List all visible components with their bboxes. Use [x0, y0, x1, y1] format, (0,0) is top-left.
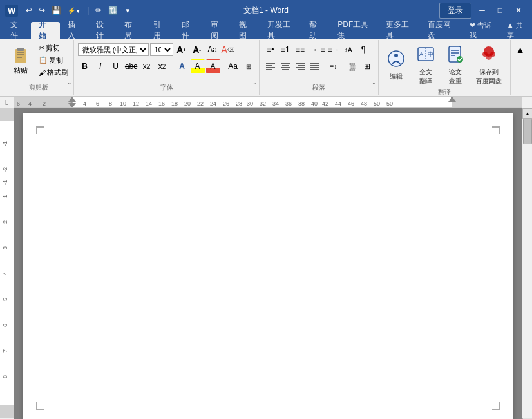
tab-baidu[interactable]: 百度网盘	[420, 22, 462, 39]
title-right: 登录 ─ □ ✕	[439, 3, 527, 19]
clipboard-sub-buttons: ✂ 剪切 📋 复制 🖌 格式刷	[36, 43, 71, 78]
font-color2-button[interactable]: Aa	[226, 59, 240, 73]
tab-more-tools[interactable]: 更多工具	[378, 22, 420, 39]
bullets-button[interactable]: ≡•	[263, 43, 278, 57]
font-expand-icon[interactable]: ⌄	[252, 79, 258, 86]
scroll-thumb[interactable]	[523, 119, 532, 144]
superscript-button[interactable]: x2	[155, 59, 169, 73]
tab-file[interactable]: 文件	[3, 22, 31, 39]
customize-quick-access-button[interactable]: ⚡▼	[65, 6, 83, 15]
underline-button[interactable]: U	[109, 59, 123, 73]
scroll-up-button[interactable]: ▲	[522, 108, 532, 119]
undo-button[interactable]: ↩	[23, 5, 35, 16]
font-family-selector[interactable]: 微软雅黑 (中文正文)	[78, 43, 149, 56]
paste-button[interactable]: 粘贴	[6, 43, 35, 78]
svg-text:24: 24	[210, 101, 216, 107]
format-painter-button[interactable]: 🖌 格式刷	[36, 67, 71, 78]
font-size-selector[interactable]: 10	[150, 43, 173, 56]
tab-mailings[interactable]: 邮件	[174, 22, 202, 39]
bold-button[interactable]: B	[78, 59, 92, 73]
svg-rect-2	[17, 52, 24, 53]
svg-text:32: 32	[260, 101, 266, 107]
paste-icon	[10, 45, 31, 66]
title-center: 文档1 - Word	[243, 5, 289, 16]
svg-point-22	[394, 54, 398, 57]
shrink-font-button[interactable]: A-	[190, 43, 204, 57]
cut-button[interactable]: ✂ 剪切	[36, 43, 71, 54]
redo-button[interactable]: ↪	[36, 5, 48, 16]
ruler-corner[interactable]: L	[0, 97, 14, 108]
share-button[interactable]: ▲ 共享	[499, 22, 532, 39]
tell-me-button[interactable]: ❤ 告诉我	[462, 22, 499, 39]
autosave-button[interactable]: 🔃	[106, 5, 120, 16]
justify-button[interactable]	[308, 59, 322, 73]
edit-button[interactable]: 编辑	[383, 43, 410, 88]
tab-design[interactable]: 设计	[88, 22, 117, 39]
font-label: 字体	[78, 83, 255, 93]
touch-mode-button[interactable]: ✏	[93, 5, 104, 16]
qa-dropdown-button[interactable]: ▼	[122, 6, 133, 15]
svg-text:6: 6	[17, 101, 20, 107]
paragraph-expand-icon[interactable]: ⌄	[372, 79, 377, 86]
tab-view[interactable]: 视图	[231, 22, 260, 39]
sort-button[interactable]: ↕A	[341, 43, 356, 57]
font-content: 微软雅黑 (中文正文) 10 A+ A- Aa A⌫ B I U abc x2 …	[78, 41, 256, 83]
tab-developer[interactable]: 开发工具	[260, 22, 301, 39]
copy-icon: 📋	[39, 56, 48, 64]
align-right-button[interactable]	[293, 59, 307, 73]
line-spacing-button[interactable]: ≡↕	[327, 59, 341, 73]
clear-formatting-button[interactable]: A⌫	[221, 43, 235, 57]
svg-text:中: 中	[428, 51, 433, 57]
text-effects-button[interactable]: A	[175, 59, 189, 73]
tab-references[interactable]: 引用	[146, 22, 174, 39]
paper-check-button[interactable]: 论文 查重	[442, 43, 469, 88]
copy-button[interactable]: 📋 复制	[36, 55, 71, 66]
tab-insert[interactable]: 插入	[60, 22, 88, 39]
clipboard-expand-icon[interactable]: ⌄	[67, 79, 72, 86]
show-marks-button[interactable]: ¶	[356, 43, 370, 57]
document-area[interactable]	[14, 108, 522, 419]
full-translate-button[interactable]: A 中 全文 翻译	[412, 43, 439, 88]
svg-text:1: 1	[2, 195, 8, 198]
scroll-track[interactable]	[522, 119, 532, 418]
edit-label: 编辑	[390, 72, 403, 81]
ribbon-collapse-button[interactable]: ▲	[513, 43, 527, 57]
decrease-indent-button[interactable]: ←≡	[312, 43, 326, 57]
shading-button[interactable]: ▒	[345, 59, 359, 73]
svg-text:28: 28	[236, 101, 242, 107]
highlight-button[interactable]: A	[191, 59, 205, 73]
increase-indent-button[interactable]: ≡→	[327, 43, 341, 57]
cut-icon: ✂	[39, 44, 44, 52]
copy-label: 复制	[49, 55, 63, 65]
tab-help[interactable]: 帮助	[301, 22, 330, 39]
tab-layout[interactable]: 布局	[117, 22, 145, 39]
tab-pdf[interactable]: PDF工具集	[330, 22, 378, 39]
svg-text:48: 48	[361, 101, 367, 107]
numbering-button[interactable]: ≡1	[278, 43, 292, 57]
login-button[interactable]: 登录	[439, 3, 471, 19]
subscript-button[interactable]: x2	[140, 59, 154, 73]
borders-button[interactable]: ⊞	[360, 59, 374, 73]
align-left-button[interactable]	[263, 59, 278, 73]
save-to-baidu-button[interactable]: 保存到 百度网盘	[471, 43, 506, 88]
minimize-button[interactable]: ─	[474, 5, 490, 16]
font-color-button[interactable]: A	[206, 59, 220, 73]
multilevel-button[interactable]: ≡≡	[293, 43, 307, 57]
document-text-area[interactable]	[62, 152, 474, 384]
strikethrough-button[interactable]: abc	[124, 59, 138, 73]
italic-button[interactable]: I	[93, 59, 108, 73]
grow-font-button[interactable]: A+	[175, 43, 189, 57]
right-groups: 编辑 A 中 全文 翻译	[379, 40, 529, 95]
save-quick-button[interactable]: 💾	[49, 5, 64, 16]
right-scrollbar: ▲ ▼	[522, 108, 532, 419]
tab-home[interactable]: 开始	[31, 22, 59, 39]
title-left: W ↩ ↪ 💾 ⚡▼ | ✏ 🔃 ▼	[5, 5, 133, 17]
tab-review[interactable]: 审阅	[203, 22, 231, 39]
close-button[interactable]: ✕	[510, 5, 527, 16]
restore-button[interactable]: □	[493, 5, 508, 16]
format-painter-label: 格式刷	[47, 68, 68, 77]
change-case-button[interactable]: Aa	[205, 43, 220, 57]
char-spacing-button[interactable]: ⊞	[242, 59, 256, 73]
center-button[interactable]	[278, 59, 292, 73]
save-baidu-icon	[479, 45, 499, 66]
